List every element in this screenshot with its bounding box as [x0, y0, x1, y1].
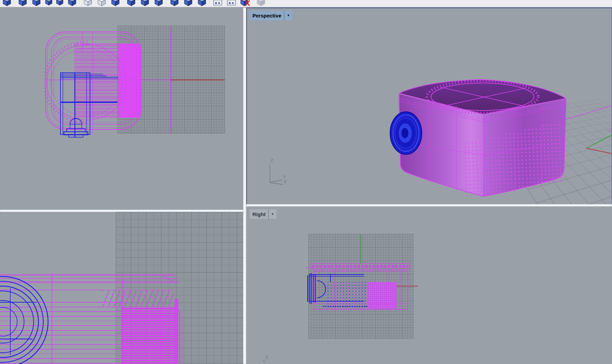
chevron-down-icon[interactable]: ▼: [269, 212, 276, 216]
toolbar-separator: [80, 0, 80, 5]
inactive-tool-icon[interactable]: [255, 0, 267, 7]
viewport-perspective[interactable]: Perspective ▼ Z Y X: [246, 8, 612, 204]
viewport-right[interactable]: Right ▼ Z: [246, 207, 612, 364]
cap-holes-icon[interactable]: [96, 0, 107, 7]
solid-tools-toolbar: [0, 0, 612, 7]
toolbar-separator: [253, 0, 253, 5]
axis-indicator: Z: [265, 355, 268, 360]
axis-x-label: X: [284, 179, 287, 184]
right-view-model[interactable]: [246, 207, 612, 364]
viewport-tab-label: Perspective: [250, 13, 284, 19]
boolean-intersection-icon[interactable]: [153, 0, 165, 7]
shell-solid-icon[interactable]: [196, 0, 208, 7]
box-corners-icon[interactable]: [17, 0, 29, 7]
axis-line-fragment: [263, 361, 264, 362]
axis-y-label: Y: [283, 174, 286, 179]
pyramid-icon[interactable]: [110, 0, 121, 7]
toolbar-separator: [14, 0, 15, 5]
boolean-union-icon[interactable]: [125, 0, 137, 7]
box-3point-icon[interactable]: [31, 0, 42, 7]
toolbar-separator: [123, 0, 124, 5]
viewport-tab-label: Right: [250, 211, 268, 217]
boolean-split-icon[interactable]: [169, 0, 180, 7]
boolean-difference-icon[interactable]: [139, 0, 151, 7]
solid-edit-dialog-icon[interactable]: [226, 0, 237, 7]
delete-solid-icon[interactable]: [239, 0, 251, 7]
cone-icon[interactable]: [44, 0, 53, 7]
viewport-splitter-horizontal-right[interactable]: [246, 204, 612, 207]
chevron-down-icon[interactable]: ▼: [284, 14, 292, 17]
viewport-front[interactable]: [0, 212, 243, 364]
axis-z-label: Z: [271, 158, 273, 163]
extract-surface-icon[interactable]: [82, 0, 94, 7]
top-view-model[interactable]: [0, 8, 243, 210]
toolbar-separator: [209, 0, 210, 5]
toolbar-separator: [166, 0, 167, 5]
viewport-splitter-horizontal-left[interactable]: [0, 210, 243, 212]
cylinder-icon[interactable]: [66, 0, 78, 7]
extrude-surface-icon[interactable]: [182, 0, 194, 7]
viewport-tab-right[interactable]: Right ▼: [250, 209, 276, 219]
viewport-top[interactable]: [0, 8, 243, 210]
viewport-splitter-vertical[interactable]: [243, 8, 246, 364]
viewport-tab-perspective[interactable]: Perspective ▼: [250, 11, 292, 20]
truncated-cone-icon[interactable]: [55, 0, 64, 7]
axis-z-label: Z: [265, 355, 268, 360]
axis-indicator: Z Y X: [265, 158, 293, 190]
lens-front: [390, 112, 422, 154]
box-icon[interactable]: [1, 0, 13, 7]
front-view-model[interactable]: [0, 212, 243, 364]
solid-properties-dialog-icon[interactable]: [212, 0, 224, 7]
